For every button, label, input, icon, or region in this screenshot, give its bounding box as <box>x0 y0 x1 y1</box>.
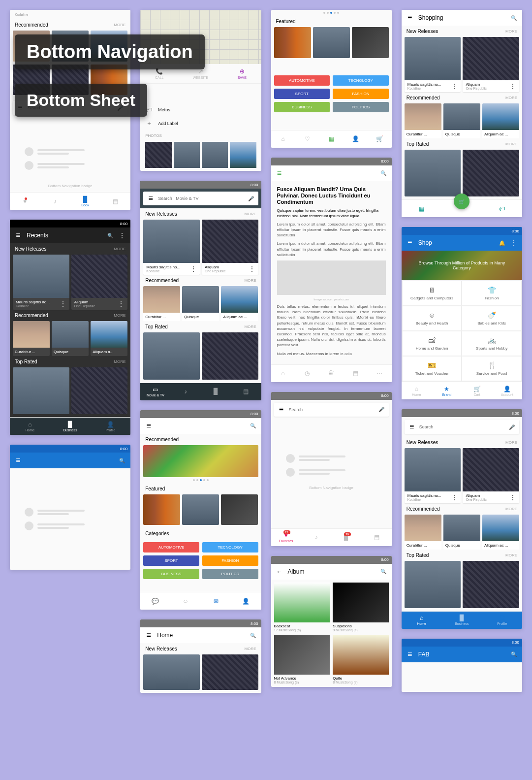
nav-account[interactable]: 👤Account <box>492 386 522 396</box>
nav-home[interactable]: ⌂Home <box>10 421 50 432</box>
menu-icon[interactable] <box>15 232 22 239</box>
cat-service[interactable]: 🍴Service and Food <box>462 357 521 381</box>
album-item[interactable]: Not Advance8 MusicSong (s) <box>274 635 330 684</box>
cat-technology[interactable]: TECNOLOGY <box>202 542 258 552</box>
nav-tags[interactable]: 🏷 <box>482 205 522 212</box>
search-input[interactable] <box>289 407 374 412</box>
nav-news[interactable]: ▤ <box>100 198 130 205</box>
card[interactable]: AliquamOne Republic <box>71 255 128 310</box>
mic-icon[interactable] <box>508 423 515 430</box>
menu-icon[interactable] <box>276 170 283 177</box>
nav-music[interactable]: ♪ <box>40 198 70 205</box>
nav-home[interactable]: ⌂ <box>271 135 295 142</box>
nav-fav[interactable]: ♡ <box>295 135 319 142</box>
nav-cart[interactable]: 🛒 <box>368 135 392 142</box>
back-icon[interactable] <box>276 568 283 575</box>
search-icon[interactable] <box>380 568 387 575</box>
nav-home[interactable]: ⌂Home <box>402 386 432 396</box>
small-card[interactable]: Curabitur ... <box>13 321 50 356</box>
card-more[interactable] <box>60 300 66 307</box>
cat-fashion[interactable]: FASHION <box>202 555 258 566</box>
cat-business[interactable]: BUSINESS <box>143 569 199 579</box>
search-input[interactable] <box>158 196 243 201</box>
nav-business[interactable]: ▉Business <box>50 421 91 432</box>
more-link[interactable]: MORE <box>114 23 125 27</box>
nav-profile[interactable]: 👤Profile <box>91 421 131 432</box>
search-icon[interactable] <box>107 232 114 239</box>
list-item-metus[interactable]: 🏷Metus <box>140 103 261 116</box>
cat-ticket[interactable]: 🎫Ticket and Voucher <box>403 357 462 381</box>
menu-icon[interactable] <box>407 239 413 246</box>
list-item-add-label[interactable]: ＋Add Label <box>140 116 261 130</box>
nav-apps[interactable]: ▦ <box>402 205 442 212</box>
nav-brand[interactable]: ★Brand <box>432 386 462 396</box>
hero: Browse Through Million of Products in Ma… <box>402 251 522 280</box>
cat-sport[interactable]: SPORT <box>143 555 199 566</box>
search-icon[interactable] <box>510 651 517 658</box>
nav-grid[interactable]: ▦ <box>319 135 344 142</box>
album-item[interactable]: Quite8 MusicSong (s) <box>333 635 389 684</box>
bell-icon[interactable] <box>499 239 505 246</box>
menu-icon[interactable] <box>278 406 285 413</box>
small-card[interactable]: Aliquam a... <box>91 321 127 356</box>
cat-beauty[interactable]: ☺Beauty and Health <box>403 306 462 330</box>
fab-cart[interactable]: 🛒 <box>454 194 469 209</box>
menu-icon[interactable] <box>407 14 413 21</box>
nav-favorites[interactable]: ♥Favorites <box>271 532 301 543</box>
bike-icon: 🚲 <box>488 336 496 344</box>
mic-icon[interactable] <box>248 195 254 202</box>
photo[interactable] <box>202 142 228 168</box>
more-icon[interactable] <box>510 239 517 246</box>
card-more[interactable] <box>118 300 125 307</box>
nav-movie[interactable]: ▭Movie & TV <box>140 386 170 397</box>
search-icon[interactable] <box>250 632 256 639</box>
search-icon[interactable] <box>510 14 517 21</box>
mic-icon[interactable] <box>378 406 385 413</box>
menu-icon[interactable] <box>15 457 22 464</box>
bottom-nav: ⌂ ♡ ▦ 👤 🛒 <box>271 130 392 148</box>
menu-icon[interactable] <box>408 423 415 430</box>
photo[interactable] <box>145 142 171 168</box>
action-call[interactable]: 📞CALL <box>155 68 164 79</box>
photo[interactable] <box>230 142 256 168</box>
bottom-nav: ⌂Home ▉Business 👤Profile <box>10 417 130 435</box>
menu-icon[interactable] <box>147 195 154 202</box>
cat-gadgets[interactable]: 🖥Gadgets and Computers <box>403 281 462 305</box>
phone-recents-dark: 8:00 Recents New ReleasesMORE Mauris sag… <box>10 220 130 435</box>
menu-icon[interactable] <box>407 651 413 658</box>
cat-fashion[interactable]: 👕Fashion <box>462 281 521 305</box>
cat-sports[interactable]: 🚲Sports and Hobby <box>462 331 521 356</box>
hero-image[interactable] <box>143 445 258 477</box>
nav-cart[interactable]: 🛒Cart <box>462 386 492 396</box>
card[interactable]: Mauris sagittis no...Kodaline <box>13 255 69 310</box>
menu-icon[interactable] <box>145 632 152 639</box>
bottom-nav: ⌂Home ▉Business 👤Profile <box>402 611 522 629</box>
search-input[interactable] <box>419 424 504 429</box>
nav-business[interactable]: ▉Business <box>442 615 482 625</box>
photo[interactable] <box>174 142 200 168</box>
nav-profile[interactable]: 👤Profile <box>482 615 522 625</box>
nav-fav[interactable]: ♥ <box>10 198 40 205</box>
nav-book[interactable]: ▉Book <box>70 196 100 207</box>
cat-home[interactable]: 🛋Home and Garden <box>403 331 462 356</box>
cat-politics[interactable]: POLITICS <box>202 569 258 579</box>
more-icon[interactable] <box>119 232 125 239</box>
album-item[interactable]: Backseat17 MusicSong (s) <box>274 583 330 632</box>
phone-home-partial: 8:00 Home New ReleasesMORE <box>140 619 261 693</box>
small-card[interactable]: Quisque <box>52 321 89 356</box>
cat-babies[interactable]: 🍼Babies and Kids <box>462 306 521 330</box>
nav-home[interactable]: ⌂Home <box>402 615 442 625</box>
action-website[interactable]: ↗WEBSITE <box>193 68 209 79</box>
nav-profile[interactable]: 👤 <box>344 135 368 142</box>
search-icon[interactable] <box>119 457 125 464</box>
phone-search-blue: 8:00 New ReleasesMORE Mauris sagittis no… <box>402 409 522 628</box>
cat-automotive[interactable]: AUTOMOTIVE <box>143 542 199 552</box>
phone-fab: 8:00 FAB <box>402 639 522 692</box>
search-icon[interactable] <box>380 170 387 177</box>
album-item[interactable]: Suspicions9 MusicSong (s) <box>333 583 389 632</box>
action-save[interactable]: ⊕SAVE <box>238 68 247 79</box>
menu-icon[interactable] <box>145 422 152 429</box>
bottom-nav: ⌂ ◷ 🏛 ▤ ⋯ <box>271 364 392 382</box>
phone-featured-categories: Featured Categories AUTOMOTIVE TECNOLOGY… <box>271 10 392 148</box>
search-icon[interactable] <box>250 422 256 429</box>
